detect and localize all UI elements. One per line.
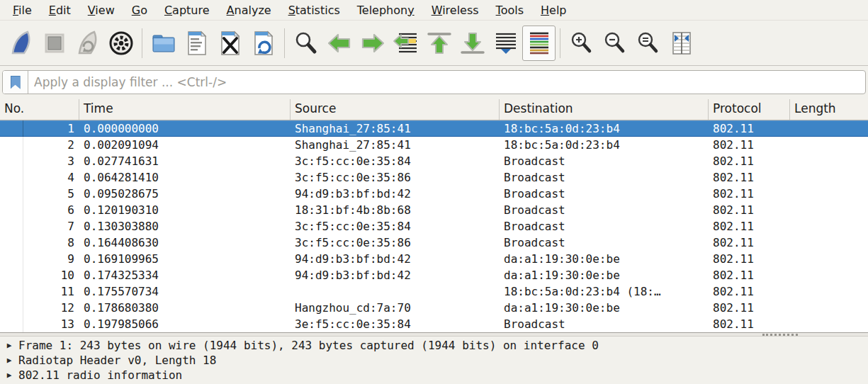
column-header-no[interactable]: No.	[0, 99, 79, 120]
packet-row[interactable]: 7 0.130303880 3c:f5:cc:0e:35:84 Broadcas…	[0, 218, 868, 235]
go-to-packet-icon	[393, 30, 419, 57]
save-file-icon	[184, 30, 210, 57]
menu-item[interactable]: Telephony	[349, 1, 423, 19]
colorize-button[interactable]	[522, 26, 556, 61]
packet-number: 7	[23, 218, 79, 235]
packet-destination: 18:bc:5a:0d:23:b4 (18:…	[500, 283, 709, 300]
menu-item[interactable]: Wireless	[423, 1, 487, 19]
packet-row[interactable]: 3 0.027741631 3c:f5:cc:0e:35:84 Broadcas…	[0, 153, 868, 169]
packet-destination: Broadcast	[500, 186, 709, 202]
open-file-button[interactable]	[147, 26, 180, 61]
menu-item[interactable]: Capture	[156, 1, 218, 19]
find-packet-button[interactable]	[289, 26, 322, 61]
column-header-length[interactable]: Length	[790, 99, 868, 120]
display-filter-input[interactable]	[28, 71, 865, 94]
menu-item[interactable]: Edit	[40, 1, 79, 19]
reload-file-button[interactable]	[247, 26, 280, 61]
packet-length	[790, 153, 868, 169]
start-capture-button[interactable]	[4, 26, 38, 61]
packet-row[interactable]: 2 0.002091094 Shanghai_27:85:41 18:bc:5a…	[0, 137, 868, 153]
menu-item[interactable]: View	[79, 1, 123, 19]
packet-row[interactable]: 8 0.164408630 3c:f5:cc:0e:35:86 Broadcas…	[0, 235, 868, 251]
packet-number: 11	[23, 283, 79, 300]
packet-time: 0.130303880	[79, 218, 291, 235]
packet-row[interactable]: 11 0.175570734 18:bc:5a:0d:23:b4 (18:… 8…	[0, 283, 868, 300]
stop-capture-button[interactable]	[38, 26, 71, 61]
packet-destination: Broadcast	[500, 218, 709, 235]
packet-source: Shanghai_27:85:41	[291, 120, 500, 137]
auto-scroll-button[interactable]	[489, 26, 522, 61]
packet-length	[790, 202, 868, 218]
expand-arrow-icon[interactable]: ▶	[0, 338, 18, 353]
packet-row[interactable]: 10 0.174325334 94:d9:b3:bf:bd:42 da:a1:1…	[0, 267, 868, 283]
related-packet-gutter	[0, 120, 23, 137]
packet-time: 0.027741631	[79, 153, 291, 169]
related-packet-gutter	[0, 137, 23, 153]
related-packet-gutter	[0, 169, 23, 186]
go-last-packet-button[interactable]	[456, 26, 489, 61]
expand-arrow-icon[interactable]: ▶	[0, 353, 18, 368]
display-filter-box	[2, 70, 866, 94]
menu-bar: File Edit View Go Capture Analyze Statis…	[0, 0, 868, 20]
detail-tree-item[interactable]: ▶ Radiotap Header v0, Length 18	[0, 353, 868, 368]
packet-row[interactable]: 13 0.197985066 3e:f5:cc:0e:35:84 Broadca…	[0, 316, 868, 332]
expand-arrow-icon[interactable]: ▶	[0, 368, 18, 383]
packet-length	[790, 267, 868, 283]
packet-number: 10	[23, 267, 79, 283]
packet-row[interactable]: 4 0.064281410 3c:f5:cc:0e:35:86 Broadcas…	[0, 169, 868, 186]
packet-destination: da:a1:19:30:0e:be	[500, 300, 709, 316]
menu-item[interactable]: Analyze	[218, 1, 280, 19]
auto-scroll-icon	[492, 30, 519, 57]
close-file-icon	[217, 30, 244, 57]
go-back-button[interactable]	[322, 26, 356, 61]
filter-toolbar	[0, 66, 868, 99]
column-header-time[interactable]: Time	[79, 99, 291, 120]
packet-row[interactable]: 12 0.178680380 Hangzhou_cd:7a:70 da:a1:1…	[0, 300, 868, 316]
packet-destination: Broadcast	[500, 202, 709, 218]
pane-splitter[interactable]	[0, 332, 868, 337]
go-forward-button[interactable]	[356, 26, 389, 61]
packet-source: Shanghai_27:85:41	[291, 137, 500, 153]
restart-capture-button[interactable]	[71, 26, 104, 61]
open-file-icon	[150, 30, 177, 57]
go-to-packet-button[interactable]	[389, 26, 422, 61]
packet-row[interactable]: 5 0.095028675 94:d9:b3:bf:bd:42 Broadcas…	[0, 186, 868, 202]
resize-columns-button[interactable]	[665, 26, 698, 61]
go-forward-icon	[359, 30, 386, 57]
detail-tree-item[interactable]: ▶ Frame 1: 243 bytes on wire (1944 bits)…	[0, 338, 868, 353]
zoom-out-button[interactable]	[598, 26, 631, 61]
go-first-packet-button[interactable]	[422, 26, 456, 61]
packet-source: 3e:f5:cc:0e:35:84	[291, 316, 500, 332]
filter-bookmark-button[interactable]	[3, 71, 28, 94]
splitter-grip-icon[interactable]	[762, 334, 798, 336]
close-file-button[interactable]	[213, 26, 247, 61]
menu-item[interactable]: File	[4, 1, 40, 19]
column-header-protocol[interactable]: Protocol	[709, 99, 790, 120]
packet-source: 94:d9:b3:bf:bd:42	[291, 267, 500, 283]
column-header-destination[interactable]: Destination	[500, 99, 709, 120]
detail-text: Frame 1: 243 bytes on wire (1944 bits), …	[18, 338, 599, 353]
packet-length	[790, 300, 868, 316]
menu-item[interactable]: Go	[123, 1, 156, 19]
zoom-100-button[interactable]	[631, 26, 665, 61]
go-back-icon	[326, 30, 353, 57]
save-file-button[interactable]	[180, 26, 213, 61]
packet-length	[790, 316, 868, 332]
packet-row[interactable]: 1 0.000000000 Shanghai_27:85:41 18:bc:5a…	[0, 120, 868, 137]
packet-destination: 18:bc:5a:0d:23:b4	[500, 120, 709, 137]
packet-row[interactable]: 6 0.120190310 18:31:bf:4b:8b:68 Broadcas…	[0, 202, 868, 218]
packet-source	[291, 283, 500, 300]
capture-options-button[interactable]	[104, 26, 137, 61]
column-header-source[interactable]: Source	[291, 99, 500, 120]
related-packet-gutter	[0, 202, 23, 218]
menu-item[interactable]: Help	[532, 1, 575, 19]
zoom-in-button[interactable]	[565, 26, 598, 61]
menu-item[interactable]: Tools	[487, 1, 532, 19]
packet-length	[790, 283, 868, 300]
detail-tree-item[interactable]: ▶ 802.11 radio information	[0, 368, 868, 383]
menu-item[interactable]: Statistics	[280, 1, 349, 19]
related-packet-gutter	[0, 300, 23, 316]
packet-length	[790, 235, 868, 251]
packet-row[interactable]: 9 0.169109965 94:d9:b3:bf:bd:42 da:a1:19…	[0, 251, 868, 267]
start-capture-icon	[8, 30, 35, 57]
